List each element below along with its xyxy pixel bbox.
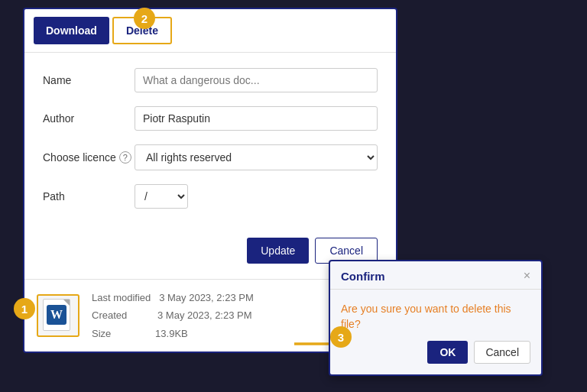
licence-row: Choose licence ? All rights reserved CC … (43, 144, 378, 170)
name-label: Name (43, 74, 135, 86)
author-label: Author (43, 112, 135, 125)
word-doc-icon: W (43, 299, 73, 332)
size-line: Size 13.9KB (92, 325, 254, 342)
name-row: Name (43, 68, 378, 92)
file-icon: W (37, 294, 79, 337)
last-modified-line: Last modified 3 May 2023, 2:23 PM (92, 289, 254, 306)
dialog-close-button[interactable]: × (524, 269, 530, 283)
author-row: Author (43, 106, 378, 131)
step-badge-1: 1 (14, 298, 35, 319)
file-metadata: Last modified 3 May 2023, 2:23 PM Create… (92, 289, 254, 342)
dialog-header: Confirm × (330, 261, 541, 290)
confirm-dialog: Confirm × Are you sure you want to delet… (329, 260, 543, 376)
form-body: Name Author Choose licence ? All rights … (24, 53, 396, 238)
licence-help-icon[interactable]: ? (119, 151, 131, 164)
update-button[interactable]: Update (247, 238, 309, 264)
licence-label: Choose licence ? (43, 151, 135, 164)
dialog-message: Are you sure you want to delete this fil… (330, 290, 541, 341)
step-badge-3: 3 (330, 326, 352, 348)
path-row: Path / (43, 184, 378, 209)
dialog-footer: OK Cancel (330, 341, 541, 374)
step-badge-2: 2 (134, 8, 155, 29)
created-line: Created 3 May 2023, 2:23 PM (92, 306, 254, 324)
dialog-title: Confirm (341, 270, 385, 283)
dialog-cancel-button[interactable]: Cancel (474, 341, 530, 364)
name-input[interactable] (135, 68, 378, 92)
licence-select[interactable]: All rights reserved CC BY CC BY-SA Publi… (135, 144, 378, 170)
author-input[interactable] (135, 106, 378, 131)
path-select[interactable]: / (135, 184, 188, 209)
ok-button[interactable]: OK (427, 341, 468, 364)
path-label: Path (43, 190, 135, 202)
toolbar: Download Delete (24, 9, 396, 53)
download-button[interactable]: Download (34, 17, 109, 44)
